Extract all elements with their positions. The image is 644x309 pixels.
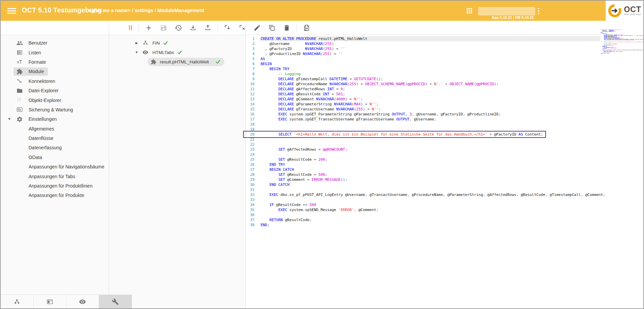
code-editor[interactable]: 1CREATE OR ALTER PROCEDURE result.pHTML_… (246, 35, 643, 308)
code-line: 29 SET @Comment = ERROR_MESSAGE(); (246, 177, 643, 182)
line-number: 36 (246, 212, 255, 217)
kebab-menu-icon[interactable] (537, 7, 541, 16)
download-icon (189, 24, 197, 32)
tree-item-fin[interactable]: ▶FIN (109, 38, 245, 48)
trash-icon (283, 24, 290, 32)
eye-icon (79, 298, 86, 305)
duplicate-document-button[interactable] (299, 22, 314, 34)
app-version-label: App 5.10.21 | DB 5.10.21 (492, 15, 534, 19)
sidebar-item-benutzer[interactable]: Benutzer (1, 38, 109, 48)
sidebar-item-objekt-explorer[interactable]: Objekt-Explorer (1, 95, 109, 105)
sidebar-item-allgemeines[interactable]: Allgemeines (1, 124, 109, 134)
delete-button[interactable] (279, 22, 294, 34)
line-number: 2 (246, 41, 255, 46)
sidebar-item-odata[interactable]: OData (1, 153, 109, 162)
line-number: 6 (246, 61, 255, 66)
upload-button[interactable] (200, 22, 215, 34)
drag-handle[interactable] (129, 25, 132, 30)
sidebar-item-anpassungen-f-r-produkte[interactable]: Anpassungen für Produkte (1, 191, 109, 200)
sidebar-item-einstellungen[interactable]: ▼Einstellungen (1, 114, 109, 124)
line-number: 11 (246, 87, 255, 92)
sidebar-item-datenerfassung[interactable]: Datenerfassung (1, 143, 109, 152)
toolbar-separator (218, 23, 218, 32)
sidebar-item-konnektoren[interactable]: Konnektoren (1, 76, 109, 86)
sidebar-item-datei-explorer[interactable]: Datei-Explorer (1, 86, 109, 95)
tab-modules[interactable] (99, 295, 132, 308)
sidebar-item-anpassungen-f-r-tabs[interactable]: Anpassungen für Tabs (1, 171, 109, 181)
code-line: 14 DECLARE @ParameterString NVARCHAR(MAX… (246, 102, 643, 107)
code-line: 5AS (246, 56, 643, 61)
sidebar-item-listen[interactable]: Listen (1, 48, 109, 57)
empty-icon (16, 183, 23, 189)
toolbar-separator (139, 23, 139, 32)
download-button[interactable] (186, 22, 200, 34)
code-line: 24 (246, 152, 643, 157)
line-number: 4 (246, 51, 255, 56)
upload-icon (204, 24, 212, 32)
restore-button[interactable] (171, 22, 186, 34)
sidebar-item-datenfl-sse[interactable]: Datenflüsse (1, 134, 109, 143)
expand-caret-icon[interactable]: ▼ (8, 117, 11, 121)
code-line: 1CREATE OR ALTER PROCEDURE result.pHTML_… (246, 36, 643, 41)
add-module-button[interactable] (141, 22, 156, 34)
line-number: 5 (246, 56, 255, 61)
hierarchy-icon (142, 40, 148, 46)
code-line: 8 -- Logging (246, 71, 643, 76)
tree-caret-icon[interactable]: ▼ (134, 51, 139, 54)
code-line: 17 EXEC system.spGET_TransactUsername @T… (246, 117, 643, 122)
hamburger-menu-icon[interactable] (7, 7, 16, 14)
sidebar-item-sicherung-wartung[interactable]: Sicherung & Wartung (1, 105, 109, 114)
save-icon (160, 24, 167, 32)
tree-item-htmltabs[interactable]: ▼HTMLTabs (109, 48, 245, 57)
puzzle-icon (151, 59, 156, 65)
connector-icon (16, 78, 23, 84)
sidebar-item-anpassungen-f-r-navigationsb-ume[interactable]: Anpassungen für Navigationsbäume (1, 162, 109, 171)
line-number: 8 (246, 71, 255, 76)
save-button (156, 22, 171, 34)
code-line: 36 (246, 212, 643, 217)
sidebar-item-label: OData (29, 155, 42, 160)
app-window: OCT 5.10 Testumgebung <give me a name> /… (0, 0, 644, 309)
line-number: 1 (246, 36, 255, 41)
import-button[interactable] (220, 22, 235, 34)
breadcrumb: <give me a name> / settings / ModuleMana… (89, 8, 204, 13)
edit-button[interactable] (250, 22, 265, 34)
sidebar-item-module[interactable]: Module (1, 67, 109, 76)
line-number: 26 (246, 162, 255, 167)
sidebar-item-label: Datenflüsse (29, 136, 53, 141)
header-user-pill[interactable] (478, 7, 535, 15)
tab-views[interactable] (66, 295, 99, 308)
copy-button[interactable] (265, 22, 279, 34)
module-tree: ▶FIN▼HTMLTabsresult.pHTML_HalloWelt (109, 38, 245, 66)
tree-caret-icon[interactable]: ▶ (134, 41, 139, 45)
empty-icon (16, 173, 23, 179)
code-line: 16 EXEC system.spGET_ParameterString @Pa… (246, 112, 643, 117)
code-line: 34 IF @ResultCode >= 500 (246, 202, 643, 207)
code-line: 19 (246, 127, 643, 132)
minimap[interactable]: CREATE OR ALTER PROCEDURE result.pHTML_H… (601, 30, 643, 55)
apps-grid-icon[interactable] (467, 8, 472, 14)
code-line: 11 DECLARE @AffectedRows INT = 0; (246, 87, 643, 92)
line-number: 20 (246, 132, 255, 137)
sidebar-item-anpassungen-f-r-produktlinien[interactable]: Anpassungen für Produktlinien (1, 181, 109, 191)
code-line: 18 (246, 122, 643, 127)
eye-icon (142, 49, 148, 55)
code-line: 20 SELECT '<h1>Hallo Welt, dies ist ein … (246, 132, 643, 137)
list-icon (16, 49, 23, 56)
line-number: 13 (246, 97, 255, 102)
line-number: 14 (246, 102, 255, 107)
sidebar-item-formate[interactable]: Formate (1, 57, 109, 67)
module-toolbar (1, 21, 643, 35)
tab-dataflows[interactable] (1, 295, 34, 308)
remove-import-button[interactable] (235, 22, 250, 34)
line-number: 21 (246, 137, 255, 142)
plus-icon (145, 24, 152, 32)
left-panel-tabs (1, 295, 132, 308)
empty-icon (16, 192, 23, 199)
tab-layouts[interactable] (34, 295, 66, 308)
code-line: 31 (246, 187, 643, 192)
line-number: 12 (246, 92, 255, 97)
code-line: 6BEGIN (246, 61, 643, 66)
line-number: 19 (246, 127, 255, 132)
tree-item-result-phtml-hallowelt[interactable]: result.pHTML_HalloWelt (109, 57, 245, 66)
